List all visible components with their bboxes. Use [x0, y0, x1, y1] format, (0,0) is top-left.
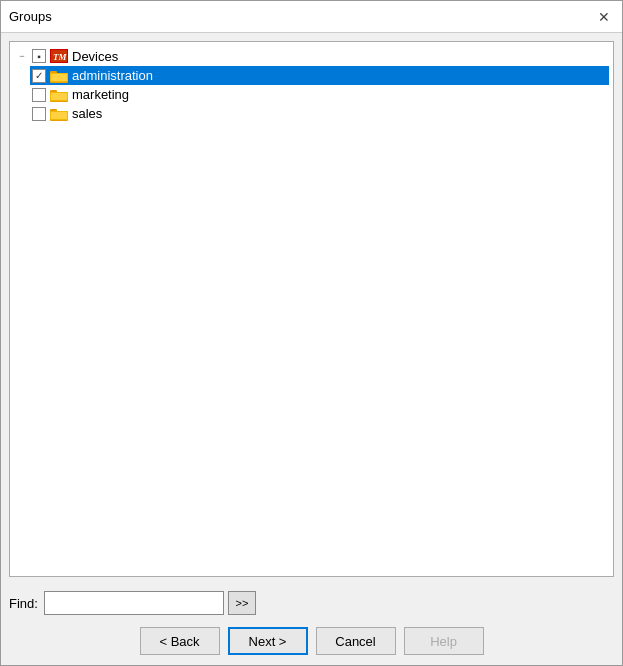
checkbox-administration[interactable]: ✓ — [32, 69, 46, 83]
marketing-label: marketing — [72, 87, 129, 102]
next-button[interactable]: Next > — [228, 627, 308, 655]
folder-icon-sales — [50, 107, 68, 121]
tree-item-marketing[interactable]: marketing — [30, 85, 609, 104]
tree-root-item: − ▪ TM Devices ✓ — [14, 46, 609, 123]
tree-item-sales[interactable]: sales — [30, 104, 609, 123]
list-item: sales — [30, 104, 609, 123]
close-button[interactable]: ✕ — [594, 7, 614, 27]
svg-rect-9 — [51, 93, 67, 100]
find-label: Find: — [9, 596, 38, 611]
administration-label: administration — [72, 68, 153, 83]
folder-icon-administration — [50, 69, 68, 83]
help-button[interactable]: Help — [404, 627, 484, 655]
devices-label: Devices — [72, 49, 118, 64]
svg-text:TM: TM — [53, 52, 67, 62]
find-row: Find: >> — [9, 591, 614, 615]
tree-item-devices[interactable]: − ▪ TM Devices — [14, 46, 609, 66]
folder-icon-marketing — [50, 88, 68, 102]
title-bar: Groups ✕ — [1, 1, 622, 33]
find-go-button[interactable]: >> — [228, 591, 256, 615]
checkbox-sales[interactable] — [32, 107, 46, 121]
checkbox-devices[interactable]: ▪ — [32, 49, 46, 63]
list-item: marketing — [30, 85, 609, 104]
svg-rect-5 — [51, 74, 67, 81]
sales-label: sales — [72, 106, 102, 121]
button-row: < Back Next > Cancel Help — [9, 623, 614, 659]
checkbox-marketing[interactable] — [32, 88, 46, 102]
tree-root: − ▪ TM Devices ✓ — [14, 46, 609, 123]
dialog-title: Groups — [9, 9, 52, 24]
dialog: Groups ✕ − ▪ TM Devices — [0, 0, 623, 666]
cancel-button[interactable]: Cancel — [316, 627, 396, 655]
tree-content-area: − ▪ TM Devices ✓ — [9, 41, 614, 577]
tree-item-administration[interactable]: ✓ administration — [30, 66, 609, 85]
list-item: ✓ administration — [30, 66, 609, 85]
expander-icon[interactable]: − — [14, 48, 30, 64]
svg-rect-13 — [51, 112, 67, 119]
bottom-area: Find: >> < Back Next > Cancel Help — [1, 585, 622, 665]
find-input[interactable] — [44, 591, 224, 615]
tree-children: ✓ administration — [14, 66, 609, 123]
tm-icon: TM — [50, 49, 68, 63]
back-button[interactable]: < Back — [140, 627, 220, 655]
